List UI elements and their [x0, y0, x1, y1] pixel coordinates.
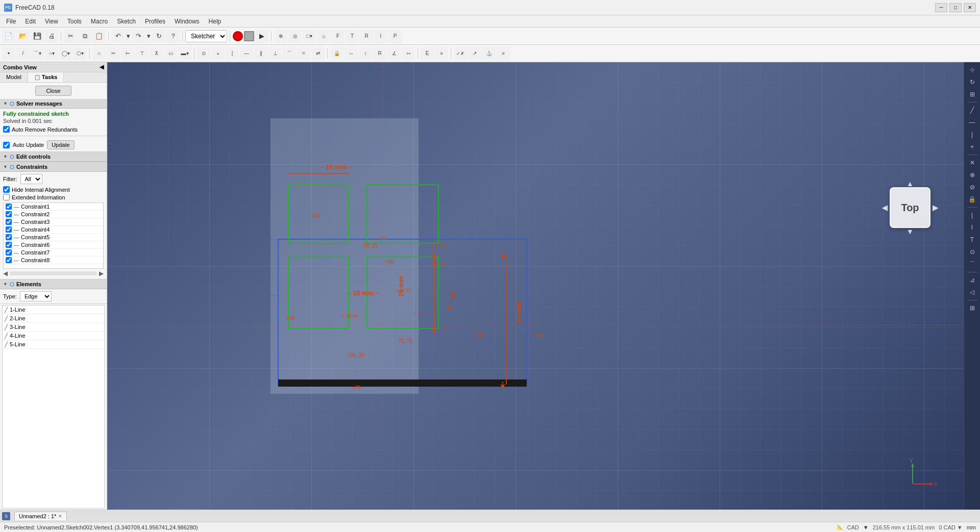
new-file-button[interactable]: 📄: [2, 30, 15, 43]
nav-cube-top-arrow[interactable]: ▲: [906, 180, 914, 188]
rt-btn-17[interactable]: ⊿: [966, 274, 978, 286]
extended-info-checkbox[interactable]: [3, 194, 10, 200]
view-front-button[interactable]: F: [331, 30, 345, 43]
sketcher-line-tool[interactable]: /: [16, 47, 30, 60]
rt-btn-15[interactable]: ⊙: [966, 246, 978, 258]
view-home-button[interactable]: ⌂: [317, 30, 330, 43]
menu-tools[interactable]: Tools: [63, 17, 86, 26]
type-select[interactable]: Edge Vertex Curve: [20, 291, 52, 301]
constraint-radius[interactable]: R: [373, 47, 386, 60]
menu-edit[interactable]: Edit: [21, 17, 40, 26]
constraint-horizontal[interactable]: —: [240, 47, 253, 60]
rt-btn-8[interactable]: ✕: [966, 157, 978, 168]
copy-button[interactable]: ⧉: [78, 30, 91, 43]
sketcher-more[interactable]: »: [435, 47, 448, 60]
constraint-distance[interactable]: ⇿: [402, 47, 415, 60]
menu-profiles[interactable]: Profiles: [141, 17, 169, 26]
nav-cube-right-arrow[interactable]: ▶: [933, 204, 938, 212]
constraints-header[interactable]: ▼ ⬡ Constraints: [0, 162, 107, 172]
constraint-fix-horizontal[interactable]: ↔: [345, 47, 358, 60]
sketcher-slot-tool[interactable]: ▬▾: [178, 47, 191, 60]
auto-update-checkbox[interactable]: [3, 142, 10, 148]
hide-alignment-checkbox[interactable]: [3, 186, 10, 193]
menu-help[interactable]: Help: [205, 17, 226, 26]
view-top-button[interactable]: T: [346, 30, 359, 43]
elements-header[interactable]: ▼ ⬡ Elements: [0, 280, 107, 289]
view-selected-button[interactable]: ◎: [288, 30, 302, 43]
constraint-angle[interactable]: ∠: [387, 47, 401, 60]
redo-dropdown[interactable]: ▾: [146, 30, 151, 43]
macro-record-button[interactable]: [233, 31, 243, 41]
menu-file[interactable]: File: [2, 17, 20, 26]
undo-button[interactable]: ↶: [111, 30, 125, 43]
sketcher-validate[interactable]: ✓✗: [454, 47, 467, 60]
sketcher-map[interactable]: ↗: [468, 47, 481, 60]
scroll-right-arrow[interactable]: ▶: [99, 270, 104, 277]
redo-button[interactable]: ↷: [132, 30, 145, 43]
sketcher-polyline-tool[interactable]: ⬡▾: [74, 47, 87, 60]
rt-btn-10[interactable]: ⊘: [966, 182, 978, 193]
rt-btn-16[interactable]: ⌒: [966, 259, 978, 270]
navigation-cube[interactable]: ▲ ◀ Top ▶ ▼: [882, 180, 938, 236]
rt-btn-5[interactable]: —: [966, 117, 978, 128]
constraint-parallel[interactable]: ∥: [254, 47, 267, 60]
sketcher-arc-tool[interactable]: ⌒▾: [31, 47, 44, 60]
constraint-fix-vertical[interactable]: ↕: [359, 47, 372, 60]
solver-messages-header[interactable]: ▼ ⬡ Solver messages: [0, 99, 107, 109]
rt-btn-3[interactable]: ⊞: [966, 89, 978, 100]
menu-sketch[interactable]: Sketch: [113, 17, 140, 26]
sketcher-trim-tool[interactable]: ✂: [107, 47, 120, 60]
constraint-lock[interactable]: 🔒: [330, 47, 344, 60]
macro-play-button[interactable]: ▶: [255, 30, 268, 43]
tab-model[interactable]: Model: [0, 72, 28, 82]
constraint-point-on-object[interactable]: ∘: [211, 47, 225, 60]
sketcher-tool-1[interactable]: •: [2, 47, 15, 60]
viewport[interactable]: ↔15 mm↔ 25 mm 30 mm =32 =50 30, 29 28, 2…: [107, 62, 964, 510]
combo-view-collapse-icon[interactable]: ◀: [100, 64, 104, 70]
rt-btn-6[interactable]: |: [966, 129, 978, 140]
constraint-coincident[interactable]: ⊙: [197, 47, 210, 60]
rt-btn-19[interactable]: ⊞: [966, 302, 978, 314]
sketcher-create-ext-edge[interactable]: E: [421, 47, 434, 60]
auto-remove-checkbox[interactable]: [3, 126, 10, 133]
rt-btn-7[interactable]: +: [966, 141, 978, 153]
sketcher-attach[interactable]: ⚓: [482, 47, 496, 60]
constraint-equal[interactable]: =: [297, 47, 310, 60]
sketcher-mirror-tool[interactable]: ⊼: [150, 47, 163, 60]
macro-stop-button[interactable]: [244, 31, 254, 41]
open-button[interactable]: 📂: [16, 30, 30, 43]
h-scrollbar[interactable]: [10, 271, 97, 275]
sketcher-fillet-tool[interactable]: ∩: [92, 47, 106, 60]
sketcher-ellipse-tool[interactable]: ◯▾: [59, 47, 72, 60]
save-button[interactable]: 💾: [31, 30, 44, 43]
nav-cube-bottom-arrow[interactable]: ▼: [906, 227, 914, 236]
maximize-button[interactable]: □: [949, 3, 962, 12]
constraint-symmetric[interactable]: ⇌: [311, 47, 325, 60]
update-button[interactable]: Update: [47, 140, 74, 149]
view-right-button[interactable]: R: [360, 30, 373, 43]
bottom-tab-unnamed2[interactable]: Unnamed2 : 1* ✕: [14, 512, 67, 520]
nav-cube-face-top[interactable]: Top: [890, 187, 930, 228]
edit-controls-header[interactable]: ▼ ⬡ Edit controls: [0, 152, 107, 162]
workbench-selector[interactable]: Sketcher: [185, 30, 227, 42]
sketcher-more2[interactable]: »: [497, 47, 510, 60]
constraint-tangent[interactable]: ⌒: [283, 47, 296, 60]
rt-btn-18[interactable]: ◁: [966, 287, 978, 298]
menu-windows[interactable]: Windows: [170, 17, 204, 26]
rt-btn-2[interactable]: ↻: [966, 77, 978, 88]
rt-btn-4[interactable]: ╱: [966, 105, 978, 116]
constraint-vertical[interactable]: |: [226, 47, 239, 60]
paste-button[interactable]: 📋: [92, 30, 106, 43]
filter-select[interactable]: All: [20, 174, 42, 184]
sketcher-circle-tool[interactable]: ○▾: [45, 47, 58, 60]
scroll-left-arrow[interactable]: ◀: [3, 270, 8, 277]
undo-dropdown[interactable]: ▾: [126, 30, 131, 43]
rt-btn-11[interactable]: 🔒: [966, 194, 978, 205]
print-button[interactable]: 🖨: [45, 30, 58, 43]
rt-btn-1[interactable]: ⊹: [966, 64, 978, 75]
rt-btn-13[interactable]: I: [966, 222, 978, 233]
rt-btn-14[interactable]: T: [966, 234, 978, 245]
sketcher-extend-tool[interactable]: ⊢: [121, 47, 134, 60]
menu-macro[interactable]: Macro: [87, 17, 112, 26]
constraint-perpendicular[interactable]: ⊥: [268, 47, 282, 60]
